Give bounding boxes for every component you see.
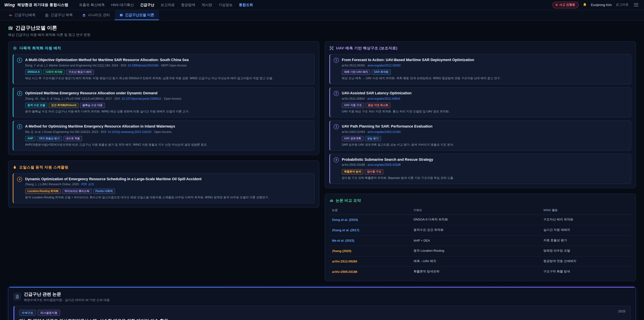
incident-status-badge[interactable]: 사고 진행중 xyxy=(552,2,578,8)
compare-paper-link[interactable]: arXiv:2505.03188 xyxy=(332,270,357,273)
tab-label: 긴급구난예측 xyxy=(14,13,36,18)
pdf-link[interactable]: PDF 공개 xyxy=(81,183,94,186)
nav-weather[interactable]: 기상정보 xyxy=(218,3,232,7)
tag-list: 확률론적 탐색 잠수함 구조 xyxy=(342,169,627,175)
paper-meta: Zhang, L. | LJMU Research Online, 2020 ·… xyxy=(25,182,310,187)
compare-paper-link[interactable]: Zhang et al. (2017) xyxy=(332,228,359,232)
paper-number: 1 xyxy=(334,58,339,63)
paper-description: 동적·불확실 수요 하의 긴급구난 자원 배치 다목적 최적화. WING 해상… xyxy=(25,110,310,114)
tag-chip: UAV 경로계획 xyxy=(342,136,364,141)
paper-item: 2 UAV-Assisted SAR Latency Optimization … xyxy=(330,87,631,117)
gear-icon xyxy=(13,46,17,50)
brand-name: 해양환경 위기대응 통합시스템 xyxy=(17,2,68,8)
tag-list: Location-Routing 최적화 하이브리드 휴리스틱 Pareto 다… xyxy=(25,188,310,194)
compare-paper-link[interactable]: arXiv:2512.09260 xyxy=(332,260,357,263)
clipboard-icon xyxy=(45,13,49,17)
paper-item: 3 A Method for Optimizing Maritime Emerg… xyxy=(13,121,314,151)
page-head: 긴급구난모델 이론 해상 긴급구난 자원 배치·최적화 이론 및 참고 연구 문… xyxy=(8,25,636,37)
paper-item: 4 Dynamic Optimization of Emergency Reso… xyxy=(13,173,314,203)
paper-item: 4 Probabilistic Submarine Search and Res… xyxy=(330,154,631,184)
column-header-paper: 논문 xyxy=(330,206,411,215)
nav-aerial-search[interactable]: 항공탐색 xyxy=(181,3,195,7)
tab-sar-list[interactable]: 긴급구난 목록 xyxy=(40,10,78,20)
compare-paper-link[interactable]: Ma et al. (2023) xyxy=(332,239,354,242)
arxiv-link[interactable]: arxiv.org/abs/2505.03188 xyxy=(368,163,401,167)
bell-icon[interactable] xyxy=(582,3,587,7)
comparison-table: 논문 키워드 WING 활용 Dong et al. (2024) DNSGA-… xyxy=(330,206,631,277)
tab-label: 긴급구난모델 이론 xyxy=(125,13,154,18)
nav-integrated-search[interactable]: 통합조회 xyxy=(239,3,253,7)
arxiv-link[interactable]: arxiv.org/abs/2402.01494 xyxy=(368,130,401,133)
section-multiobjective: 다목적 최적화 자원 배치 1 A Multi-Objective Optimi… xyxy=(8,41,319,155)
tag-chip: DNSGA-II xyxy=(25,70,42,75)
tab-sar-prediction[interactable]: 긴급구난예측 xyxy=(4,10,40,20)
tag-chip: 다목적 최적화 xyxy=(43,70,65,75)
column-header-keywords: 키워드 xyxy=(411,206,541,215)
tag-chip: SAR 최적화 xyxy=(372,70,391,75)
table-header-row: 논문 키워드 WING 활용 xyxy=(330,206,631,215)
arxiv-link[interactable]: arxiv.org/abs/2511.00844 xyxy=(367,97,400,100)
arxiv-link[interactable]: arxiv.org/abs/2512.09260 xyxy=(368,64,401,67)
section-title: 오일스필 동적 자원 스케줄링 xyxy=(19,165,68,170)
tag-chip: 수색구조 xyxy=(19,310,36,316)
tag-chip: 동적 수요 모델 xyxy=(25,103,48,108)
paper-description: SAR 임무용 UAV 경로계획 알고리즘 성능 비교 평가. 탐색 커버리지·… xyxy=(342,143,627,147)
droplet-icon xyxy=(13,165,17,169)
compare-wing-cell: 자원 효율성 평가 xyxy=(541,235,631,246)
user-name: Eunjeong Kim xyxy=(591,3,612,7)
paper-number: 2 xyxy=(17,91,22,96)
related-header: 긴급구난 관련 논문 해양수색구조 의사결정지원 · 실시간 데이터·AI 기반… xyxy=(14,291,630,302)
nav-sar[interactable]: 긴급구난 xyxy=(140,3,154,7)
page-subtitle: 해상 긴급구난 자원 배치·최적화 이론 및 참고 연구 문헌 xyxy=(8,33,636,37)
paper-number: 3 xyxy=(17,124,22,129)
compare-keywords-cell: 동적 Location-Routing xyxy=(411,246,541,256)
tab-sar-model-theory[interactable]: 긴급구난모델 이론 xyxy=(115,10,159,20)
paper-title: Probabilistic Submarine Search and Rescu… xyxy=(342,157,627,162)
tag-chip: AHP xyxy=(25,136,36,141)
compare-wing-cell: 방제정 라우팅 모델 xyxy=(541,246,631,256)
section-oilspill-header: 오일스필 동적 자원 스케줄링 xyxy=(13,165,314,170)
bar-chart-icon xyxy=(330,198,334,203)
paper-item: 1 From Forecast to Action: UAV-Based Mar… xyxy=(330,54,631,84)
nav-hns-air-diffusion[interactable]: HNS·대기확산 xyxy=(111,3,134,7)
paper-item: 2 Optimized Maritime Emergency Resource … xyxy=(13,87,314,117)
paper-number: 1 xyxy=(17,58,22,63)
logout-button[interactable]: 로그아웃 xyxy=(616,3,628,7)
right-column: UAV·예측 기반 해상구조 (보조자료) 1 From Forecast to… xyxy=(325,41,636,281)
wing-logo: Wing xyxy=(4,3,15,7)
tab-label: 긴급구난 목록 xyxy=(51,13,73,18)
doi-link[interactable]: 10.1371/journal.pone.0189411 xyxy=(122,97,161,100)
books-icon xyxy=(8,26,13,31)
section-title: UAV·예측 기반 해상구조 (보조자료) xyxy=(336,46,398,51)
nav-board[interactable]: 게시판 xyxy=(202,3,212,7)
nav-reports[interactable]: 보고자료 xyxy=(161,3,175,7)
drone-icon xyxy=(330,46,334,50)
tag-chip: 강건 최적화(Robust) xyxy=(49,103,79,108)
compare-keywords-cell: 예측→UAV 배치 xyxy=(411,256,541,267)
paper-title: 지능형 해양수색구조 의사결정지원시스템: 신속한 대응을 위한 데이터 기술 … xyxy=(19,318,626,320)
paper-title: Dynamic Optimization of Emergency Resour… xyxy=(25,177,310,181)
compare-keywords-cell: 확률론적 탐색전략 xyxy=(411,267,541,277)
section-compare: 논문 비교 요약 논문 키워드 WING 활용 Dong e xyxy=(325,194,636,281)
compare-paper-link[interactable]: Zhang (2020) xyxy=(332,249,351,253)
tag-chip: 내수로 적용 xyxy=(64,136,82,141)
paper-title: UAV-Assisted SAR Latency Optimization xyxy=(342,91,627,96)
hamburger-menu-icon[interactable] xyxy=(632,2,640,8)
paper-description: 해상 사고 후 구조자원(구조선·항공기) 배치 최적화. 비용·응답시간 동시… xyxy=(25,76,310,81)
section-uav-header: UAV·예측 기반 해상구조 (보조자료) xyxy=(330,46,631,51)
paper-meta: Ma, Q. et al. | Ocean Engineering Vol.28… xyxy=(25,130,310,134)
paper-meta: arXiv:2511.00844 · arxiv.org/abs/2511.00… xyxy=(342,97,627,101)
compare-paper-link[interactable]: Dong et al. (2024) xyxy=(332,218,358,221)
tab-scenario-management[interactable]: 시나리오 관리 xyxy=(78,10,115,20)
paper-meta: arXiv:2505.03188 · arxiv.org/abs/2505.03… xyxy=(342,163,627,167)
table-row: arXiv:2505.03188 확률론적 탐색전략 구조구역 확률 탐색 xyxy=(330,267,631,277)
tag-list: DNSGA-II 다목적 최적화 구조선·항공기 배치 xyxy=(25,70,310,75)
doi-link[interactable]: 10.3390/jmse12010184 xyxy=(128,64,158,67)
section-compare-header: 논문 비교 요약 xyxy=(330,198,631,203)
left-column: 다목적 최적화 자원 배치 1 A Multi-Objective Optimi… xyxy=(8,41,319,208)
tag-chip: 구조선·항공기 배치 xyxy=(66,70,94,75)
doi-link[interactable]: 10.1016/j.oceaneng.2023.116224 xyxy=(108,130,152,133)
top-header: Wing 해양환경 위기대응 통합시스템 유출유 확산예측 HNS·대기확산 긴… xyxy=(0,0,644,10)
nav-oil-spill-prediction[interactable]: 유출유 확산예측 xyxy=(79,3,105,7)
related-paper-item: 2025 수색구조 의사결정지원 지능형 해양수색구조 의사결정지원시스템: 신… xyxy=(14,306,630,320)
